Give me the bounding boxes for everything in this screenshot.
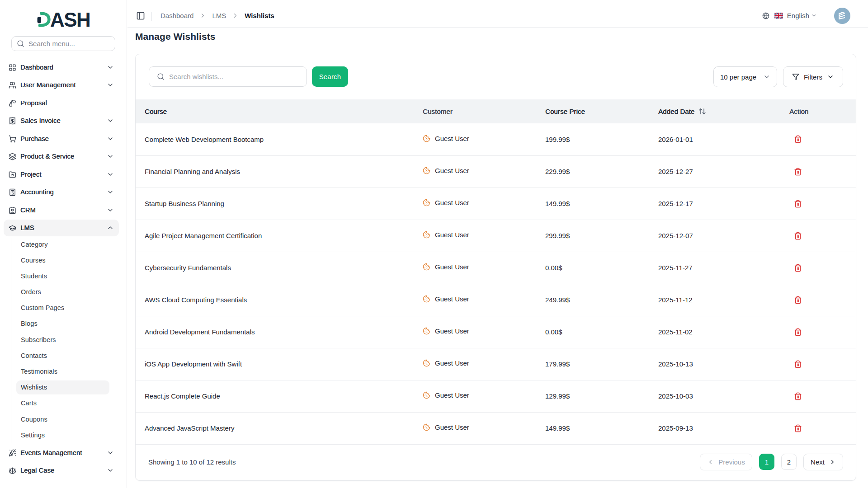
svg-text:ASH: ASH — [50, 9, 90, 29]
